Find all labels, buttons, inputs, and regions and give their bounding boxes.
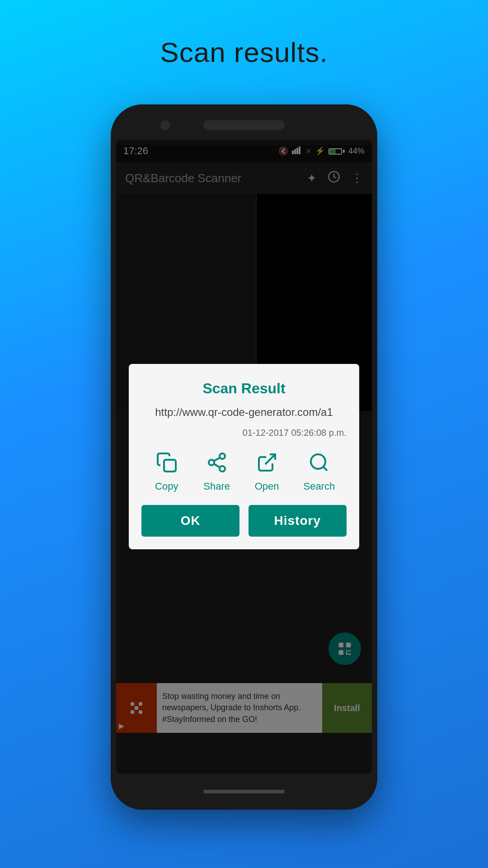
open-label: Open <box>255 481 279 492</box>
open-icon <box>253 449 281 476</box>
open-action[interactable]: Open <box>253 449 281 492</box>
svg-line-10 <box>214 458 220 461</box>
phone-speaker <box>203 120 285 130</box>
dialog-overlay: Scan Result http://www.qr-code-generator… <box>116 140 372 774</box>
page-title: Scan results. <box>160 36 328 68</box>
svg-line-11 <box>265 454 275 464</box>
phone-camera <box>160 120 170 130</box>
phone-bottom <box>111 774 377 810</box>
history-button[interactable]: History <box>249 505 347 537</box>
svg-point-8 <box>220 466 225 472</box>
copy-label: Copy <box>155 481 178 492</box>
search-icon <box>305 449 333 476</box>
phone-screen: 17:26 🔇 ✕ ⚡ <box>116 140 372 774</box>
svg-point-12 <box>311 454 325 469</box>
phone-shell: 17:26 🔇 ✕ ⚡ <box>111 104 377 810</box>
svg-line-13 <box>324 467 328 471</box>
svg-line-9 <box>214 464 220 467</box>
svg-rect-5 <box>164 460 176 472</box>
share-icon <box>203 449 230 476</box>
copy-icon <box>153 449 180 476</box>
copy-action[interactable]: Copy <box>153 449 180 492</box>
dialog-datetime: 01-12-2017 05:26:08 p.m. <box>141 428 346 438</box>
home-indicator <box>203 790 285 793</box>
ok-button[interactable]: OK <box>141 505 239 537</box>
search-action[interactable]: Search <box>303 449 335 492</box>
search-label: Search <box>303 481 335 492</box>
svg-point-7 <box>209 460 214 465</box>
scan-result-dialog: Scan Result http://www.qr-code-generator… <box>129 364 359 549</box>
svg-point-6 <box>220 453 225 459</box>
share-label: Share <box>203 481 230 492</box>
dialog-url: http://www.qr-code-generator.com/a1 <box>155 406 333 419</box>
dialog-actions: Copy Share <box>141 449 346 492</box>
phone-top <box>111 104 377 145</box>
dialog-title: Scan Result <box>202 380 285 397</box>
dialog-buttons: OK History <box>141 505 346 537</box>
share-action[interactable]: Share <box>203 449 230 492</box>
